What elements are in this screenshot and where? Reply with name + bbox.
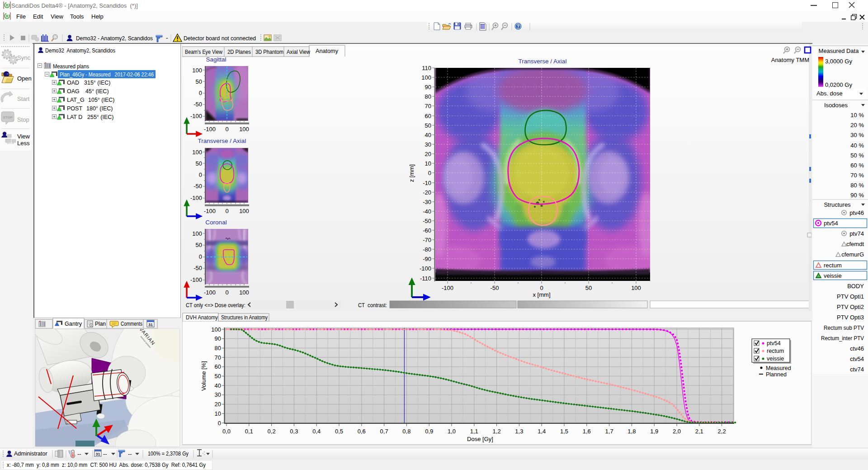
svg-text:100% = 2,3708 Gy: 100% = 2,3708 Gy	[148, 451, 189, 457]
svg-text:-50: -50	[491, 285, 499, 291]
svg-text:0,2: 0,2	[268, 428, 276, 435]
svg-text:0: 0	[225, 208, 228, 214]
svg-text:Structures: Structures	[824, 201, 851, 208]
svg-text:80: 80	[425, 93, 431, 100]
svg-text:0: 0	[199, 253, 202, 260]
svg-text:0,6: 0,6	[358, 428, 366, 435]
svg-text:40: 40	[425, 132, 431, 138]
svg-text:ctv46: ctv46	[850, 345, 864, 352]
svg-text:0: 0	[218, 420, 221, 427]
svg-text:Plan_46Gy - Measured 2017-02: Plan_46Gy - Measured 2017-02-06 22:46	[60, 71, 154, 78]
svg-text:1,9: 1,9	[650, 428, 658, 435]
svg-text:90 %: 90 %	[850, 192, 864, 199]
svg-text:20 %: 20 %	[850, 122, 864, 128]
svg-text:100: 100	[192, 149, 202, 156]
svg-text:100: 100	[211, 326, 221, 333]
svg-text:100: 100	[239, 126, 249, 133]
svg-text:ptv54: ptv54	[824, 220, 838, 227]
svg-text:2D Planes: 2D Planes	[227, 49, 251, 55]
svg-text:Sagittal: Sagittal	[206, 56, 226, 63]
svg-text:CT only <=> Dose overlay:: CT only <=> Dose overlay:	[186, 302, 245, 309]
svg-text:0: 0	[199, 171, 202, 178]
svg-text:OAD: OAD	[67, 80, 79, 86]
svg-text:3,0000 Gy: 3,0000 Gy	[825, 58, 852, 65]
svg-text:Beam's Eye View: Beam's Eye View	[185, 49, 223, 55]
svg-text:40 %: 40 %	[850, 142, 864, 149]
svg-text:10 %: 10 %	[850, 112, 864, 119]
svg-text:1,2: 1,2	[493, 428, 501, 435]
svg-text:-100: -100	[442, 285, 453, 291]
svg-text:20: 20	[425, 151, 431, 157]
svg-text:-100: -100	[204, 208, 216, 214]
svg-text:Administrator: Administrator	[14, 451, 47, 457]
svg-text:ptv46: ptv46	[849, 209, 864, 216]
svg-text:1,6: 1,6	[583, 428, 591, 435]
svg-text:Measured plans: Measured plans	[53, 63, 89, 70]
svg-text:Detector board not connected: Detector board not connected	[184, 35, 256, 42]
svg-text:-70: -70	[423, 237, 431, 243]
svg-text:50: 50	[196, 242, 202, 248]
svg-text:Transverse / Axial: Transverse / Axial	[519, 58, 567, 65]
svg-text:-50: -50	[193, 183, 202, 190]
svg-text:Dose [Gy]: Dose [Gy]	[467, 436, 493, 442]
svg-text:Axial View: Axial View	[287, 49, 311, 55]
svg-text:70 %: 70 %	[850, 172, 864, 179]
svg-text:-100: -100	[190, 195, 202, 201]
svg-text:110: 110	[422, 65, 431, 71]
svg-text:LAT_G: LAT_G	[67, 97, 85, 103]
svg-text:0,4: 0,4	[312, 428, 321, 435]
svg-text:105° (IEC): 105° (IEC)	[88, 97, 115, 103]
svg-text:x: -80,7 mm y: 0,8 mm z: 10,: x: -80,7 mm y: 0,8 mm z: 10,0 mm CT: 500…	[7, 462, 206, 468]
svg-text:50: 50	[196, 160, 202, 167]
svg-text:0,5: 0,5	[335, 428, 343, 435]
svg-text:-100: -100	[190, 276, 202, 283]
svg-text:Plan: Plan	[95, 320, 106, 327]
svg-text:80: 80	[215, 345, 221, 351]
svg-text:90: 90	[425, 84, 431, 90]
svg-text:50: 50	[585, 285, 592, 291]
svg-text:-40: -40	[423, 208, 431, 215]
svg-text:POST: POST	[67, 105, 82, 112]
svg-text:Abs. dose: Abs. dose	[816, 90, 843, 97]
svg-text:1,5: 1,5	[560, 428, 568, 435]
svg-text:-80: -80	[423, 246, 431, 253]
svg-text:45° (IEC): 45° (IEC)	[85, 88, 109, 95]
svg-text:60: 60	[425, 113, 431, 119]
svg-text:ptv74: ptv74	[849, 230, 864, 237]
svg-text:Structures in Anatomy: Structures in Anatomy	[221, 314, 268, 321]
svg-text:Coronal: Coronal	[205, 219, 226, 226]
svg-text:0: 0	[540, 285, 543, 291]
svg-text:BODY: BODY	[847, 283, 864, 290]
svg-text:100: 100	[239, 208, 249, 214]
svg-text:-100: -100	[204, 126, 216, 133]
svg-text:315° (IEC): 315° (IEC)	[84, 80, 111, 86]
svg-text:cfemdt: cfemdt	[846, 241, 864, 247]
svg-text:ctv54: ctv54	[850, 356, 864, 362]
svg-text:-10: -10	[423, 180, 431, 186]
svg-text:rectum: rectum	[824, 262, 842, 269]
svg-text:180° (IEC): 180° (IEC)	[86, 105, 113, 112]
svg-text:0,9: 0,9	[425, 428, 433, 435]
svg-text:Comments: Comments	[121, 320, 142, 327]
svg-text:veissie: veissie	[767, 356, 784, 362]
svg-text:30: 30	[425, 141, 431, 148]
svg-text:0: 0	[225, 126, 228, 133]
svg-text:100: 100	[239, 289, 249, 296]
svg-text:DVH Anatomy: DVH Anatomy	[186, 314, 218, 321]
svg-text:100: 100	[192, 230, 202, 237]
svg-text:-90: -90	[423, 256, 431, 262]
svg-text:Demo32 Anatomy2, Scandidos: Demo32 Anatomy2, Scandidos	[45, 47, 115, 54]
svg-text:30 %: 30 %	[850, 132, 864, 138]
svg-text:80 %: 80 %	[850, 182, 864, 189]
svg-text:LAT D: LAT D	[67, 114, 82, 120]
svg-text:Isodoses: Isodoses	[824, 102, 848, 109]
svg-text:-60: -60	[423, 227, 431, 234]
svg-text:0,3: 0,3	[290, 428, 298, 435]
svg-text:31: 31	[148, 323, 153, 327]
svg-text:Planned: Planned	[766, 371, 787, 378]
svg-text:-50: -50	[193, 101, 202, 108]
svg-text:Rectum_inter PTV: Rectum_inter PTV	[821, 335, 864, 342]
svg-text:z [mm]: z [mm]	[408, 165, 415, 182]
svg-text:PTV Opti1: PTV Opti1	[837, 293, 864, 300]
svg-text:-100: -100	[204, 289, 216, 296]
